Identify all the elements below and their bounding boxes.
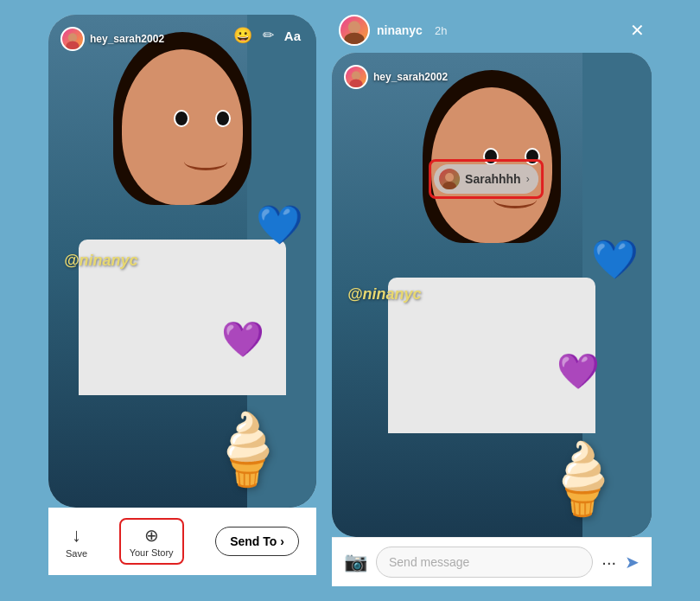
right-phone-frame: hey_sarah2002 @ninanyc 💙 💜 🍦 bbox=[332, 53, 652, 537]
mention-avatar bbox=[439, 169, 460, 189]
svg-point-0 bbox=[68, 33, 77, 42]
story-user-pill-right: hey_sarah2002 bbox=[344, 65, 448, 89]
main-container: hey_sarah2002 ✕ 😀 ✏ Aa @ninanyc 💙 💜 bbox=[31, 0, 669, 601]
right-header-avatar bbox=[339, 15, 370, 46]
right-header: ninanyc 2h ✕ bbox=[332, 15, 652, 53]
svg-point-2 bbox=[348, 21, 360, 33]
story-avatar-left bbox=[60, 27, 85, 51]
more-options-button[interactable]: ··· bbox=[601, 553, 616, 572]
save-icon: ↓ bbox=[72, 524, 81, 547]
story-username-right: hey_sarah2002 bbox=[373, 71, 448, 83]
right-face-area bbox=[405, 87, 578, 390]
message-input[interactable]: Send message bbox=[376, 547, 593, 578]
story-username-left: hey_sarah2002 bbox=[90, 33, 164, 45]
svg-point-7 bbox=[442, 182, 456, 189]
send-to-label: Send To bbox=[230, 534, 277, 548]
face-area bbox=[96, 49, 269, 352]
svg-point-1 bbox=[66, 42, 79, 51]
blue-heart-sticker-left: 💙 bbox=[256, 202, 303, 247]
text-button[interactable]: Aa bbox=[284, 29, 301, 42]
icecream-sticker-left: 🍦 bbox=[204, 409, 290, 490]
left-panel: hey_sarah2002 ✕ 😀 ✏ Aa @ninanyc 💙 💜 bbox=[48, 15, 316, 575]
story-avatar-right bbox=[344, 65, 368, 89]
close-button-right[interactable]: ✕ bbox=[630, 20, 645, 41]
mention-pill[interactable]: Sarahhhh › bbox=[434, 164, 538, 194]
svg-point-3 bbox=[344, 33, 364, 46]
blue-heart-sticker-right: 💙 bbox=[591, 237, 639, 282]
camera-button[interactable]: 📷 bbox=[344, 551, 367, 573]
left-phone-frame: hey_sarah2002 ✕ 😀 ✏ Aa @ninanyc 💙 💜 bbox=[48, 15, 316, 508]
mention-name: Sarahhhh bbox=[465, 172, 521, 186]
sticker-button[interactable]: 😀 bbox=[233, 28, 252, 43]
send-to-button[interactable]: Send To › bbox=[215, 527, 299, 556]
left-story-image: hey_sarah2002 ✕ 😀 ✏ Aa @ninanyc 💙 💜 bbox=[48, 15, 316, 508]
svg-point-6 bbox=[445, 173, 454, 182]
right-story-image: hey_sarah2002 @ninanyc 💙 💜 🍦 bbox=[332, 53, 652, 537]
right-header-username: ninanyc bbox=[377, 23, 423, 37]
right-header-left: ninanyc 2h bbox=[339, 15, 447, 46]
svg-point-4 bbox=[352, 71, 360, 80]
username-tag-left: @ninanyc bbox=[64, 252, 138, 270]
your-story-icon: ⊕ bbox=[144, 525, 159, 546]
draw-button[interactable]: ✏ bbox=[263, 29, 274, 42]
purple-heart-sticker-right: 💜 bbox=[557, 351, 600, 392]
send-to-arrow: › bbox=[280, 534, 284, 548]
bottom-bar-right: 📷 Send message ··· ➤ bbox=[332, 537, 652, 586]
save-label: Save bbox=[66, 548, 87, 559]
send-button[interactable]: ➤ bbox=[625, 552, 640, 572]
right-panel: ninanyc 2h ✕ bbox=[332, 15, 652, 586]
mention-highlight-box: Sarahhhh › bbox=[429, 159, 544, 199]
story-user-pill-left: hey_sarah2002 bbox=[60, 27, 164, 51]
message-placeholder: Send message bbox=[389, 555, 469, 569]
save-action[interactable]: ↓ Save bbox=[66, 524, 87, 559]
svg-point-5 bbox=[349, 80, 362, 89]
mention-pill-wrapper: Sarahhhh › bbox=[429, 159, 544, 199]
right-header-time: 2h bbox=[435, 24, 447, 37]
icecream-sticker-right: 🍦 bbox=[539, 438, 626, 520]
bottom-bar-left: ↓ Save ⊕ Your Story Send To › bbox=[48, 508, 316, 575]
purple-heart-sticker-left: 💜 bbox=[221, 319, 264, 360]
username-tag-right: @ninanyc bbox=[347, 285, 422, 304]
mention-arrow: › bbox=[526, 173, 530, 185]
your-story-label: Your Story bbox=[130, 547, 174, 558]
your-story-button[interactable]: ⊕ Your Story bbox=[119, 518, 184, 565]
